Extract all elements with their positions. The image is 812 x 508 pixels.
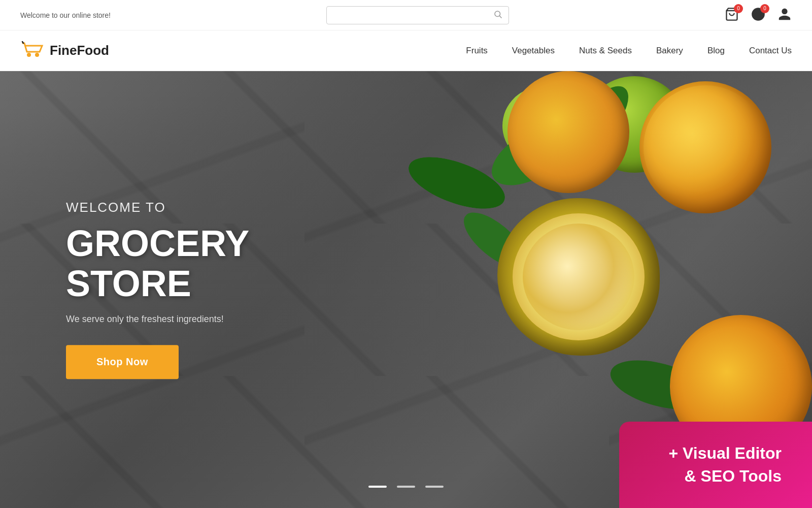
nav-blog[interactable]: Blog [707,46,725,56]
leaf-2 [402,146,511,219]
cart-badge: 0 [734,4,743,13]
welcome-text: Welcome to our online store! [20,11,111,19]
smoothie-glass-1 [639,81,771,213]
top-bar-icons: 0 0 [725,7,792,23]
nav-menu: Fruits Vegetables Nuts & Seeds Bakery Bl… [466,46,792,56]
nav-nuts-seeds[interactable]: Nuts & Seeds [579,46,632,56]
account-button[interactable] [777,7,792,23]
slider-dot-1[interactable] [368,486,387,488]
svg-point-5 [27,53,31,57]
nav-fruits[interactable]: Fruits [466,46,488,56]
nav-bakery[interactable]: Bakery [656,46,683,56]
shop-now-button[interactable]: Shop Now [66,345,179,379]
search-input[interactable] [333,11,493,19]
logo-label: FineFood [50,43,109,58]
slider-dots [368,486,444,488]
nav-bar: FineFood Fruits Vegetables Nuts & Seeds … [0,30,812,71]
logo-cart-icon [20,41,46,61]
slider-dot-2[interactable] [397,486,415,488]
visual-editor-line1: + Visual Editor [650,442,782,465]
search-bar[interactable] [326,6,509,24]
compare-button[interactable]: 0 [751,7,765,23]
cart-button[interactable]: 0 [725,7,739,23]
hero-title: GROCERY STORE [66,224,345,304]
nav-vegetables[interactable]: Vegetables [512,46,555,56]
slider-dot-3[interactable] [425,486,444,488]
top-bar: Welcome to our online store! 0 0 [0,0,812,30]
visual-editor-badge: + Visual Editor & SEO Tools [619,422,812,508]
svg-point-6 [35,53,39,57]
smoothie-glass-2 [507,71,629,193]
nav-contact-us[interactable]: Contact Us [749,46,792,56]
hero-subtitle: WELCOME TO [66,200,345,215]
passion-fruit-inner [513,213,645,340]
svg-line-1 [499,16,501,18]
hero-section: WELCOME TO GROCERY STORE We serve only t… [0,71,812,508]
visual-editor-line2: & SEO Tools [650,465,782,488]
compare-badge: 0 [760,4,769,13]
search-icon[interactable] [493,10,502,21]
logo[interactable]: FineFood [20,41,109,61]
passion-fruit [497,198,660,356]
hero-description: We serve only the freshest ingredients! [66,314,345,325]
svg-point-0 [495,11,500,17]
hero-content: WELCOME TO GROCERY STORE We serve only t… [66,200,345,379]
